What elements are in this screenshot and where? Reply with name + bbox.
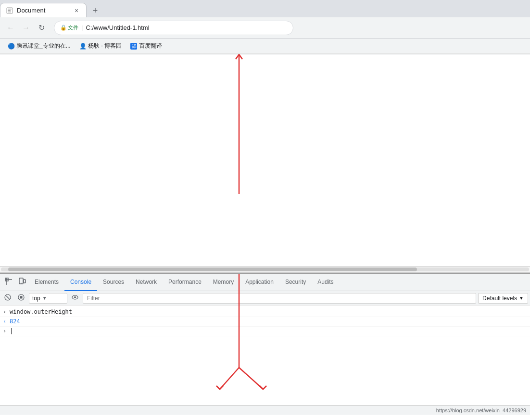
tab-performance[interactable]: Performance bbox=[163, 274, 207, 291]
context-chevron-icon: ▼ bbox=[42, 295, 47, 301]
bookmark-yang-icon: 👤 bbox=[79, 43, 86, 50]
tab-favicon-icon bbox=[6, 7, 13, 14]
annotation-svg bbox=[0, 54, 530, 266]
console-output: › window.outerHeight ‹ 824 › bbox=[0, 305, 530, 405]
bookmarks-bar: 🔵 腾讯课堂_专业的在... 👤 杨耿 - 博客园 译 百度翻译 bbox=[0, 38, 530, 54]
console-second-toolbar: top ▼ Default levels ▼ bbox=[0, 291, 530, 305]
tab-audits[interactable]: Audits bbox=[312, 274, 339, 291]
forward-icon: → bbox=[22, 24, 30, 32]
scrollbar-thumb[interactable] bbox=[8, 267, 417, 271]
page-content bbox=[0, 54, 530, 266]
svg-rect-2 bbox=[8, 10, 11, 11]
eye-icon bbox=[72, 294, 78, 302]
svg-line-15 bbox=[6, 296, 9, 299]
devtools-panel: Elements Console Sources Network Perform… bbox=[0, 273, 530, 405]
omnibox[interactable]: 🔒 文件 | C:/www/Untitled-1.html bbox=[54, 21, 293, 35]
console-cursor-text bbox=[10, 328, 13, 334]
inspect-element-button[interactable] bbox=[2, 276, 15, 289]
tab-security[interactable]: Security bbox=[279, 274, 312, 291]
back-icon: ← bbox=[7, 24, 14, 32]
device-mode-button[interactable] bbox=[15, 276, 29, 289]
inspect-icon bbox=[5, 278, 13, 287]
tab-network[interactable]: Network bbox=[130, 274, 163, 291]
url-separator: | bbox=[81, 24, 83, 31]
svg-rect-17 bbox=[20, 296, 23, 299]
level-chevron-icon: ▼ bbox=[519, 295, 524, 301]
new-tab-button[interactable]: + bbox=[88, 4, 102, 17]
scrollbar-track bbox=[1, 267, 529, 271]
tab-memory[interactable]: Memory bbox=[207, 274, 240, 291]
console-output-text: 824 bbox=[10, 318, 20, 325]
level-selector[interactable]: Default levels ▼ bbox=[478, 293, 528, 304]
reload-button[interactable]: ↻ bbox=[35, 21, 48, 35]
forward-button[interactable]: → bbox=[19, 21, 33, 35]
svg-rect-1 bbox=[8, 9, 12, 10]
filter-input[interactable] bbox=[83, 293, 476, 304]
horizontal-scrollbar[interactable] bbox=[0, 266, 530, 273]
url-path: C:/www/Untitled-1.html bbox=[86, 24, 149, 31]
eye-button[interactable] bbox=[69, 293, 81, 304]
cursor-prompt: › bbox=[3, 328, 6, 334]
tab-title: Document bbox=[17, 7, 69, 14]
bookmark-tencent-icon: 🔵 bbox=[8, 43, 14, 50]
svg-rect-12 bbox=[24, 280, 25, 283]
back-button[interactable]: ← bbox=[4, 21, 17, 35]
tab-sources[interactable]: Sources bbox=[97, 274, 130, 291]
clear-console-button[interactable] bbox=[2, 293, 13, 304]
bookmark-baidu-label: 百度翻译 bbox=[139, 42, 162, 50]
tab-application[interactable]: Application bbox=[240, 274, 279, 291]
tab-console[interactable]: Console bbox=[64, 274, 97, 291]
tab-close-button[interactable]: × bbox=[73, 7, 80, 14]
reload-icon: ↻ bbox=[38, 23, 45, 32]
stop-icon bbox=[18, 294, 25, 302]
browser-tab[interactable]: Document × bbox=[0, 3, 87, 17]
console-input-text: window.outerHeight bbox=[10, 308, 72, 315]
devtools-tabs-toolbar: Elements Console Sources Network Perform… bbox=[0, 274, 530, 291]
bookmark-yang-label: 杨耿 - 博客园 bbox=[88, 42, 122, 50]
level-label: Default levels bbox=[482, 295, 517, 302]
secure-label: 🔒 文件 bbox=[60, 24, 78, 31]
tab-bar: Document × + bbox=[0, 0, 530, 17]
context-selector[interactable]: top ▼ bbox=[29, 293, 67, 304]
bookmark-baidu-icon: 译 bbox=[130, 43, 137, 50]
secure-icon: 🔒 bbox=[60, 25, 67, 31]
bookmark-baidu[interactable]: 译 百度翻译 bbox=[126, 41, 166, 51]
status-bar: https://blog.csdn.net/weixin_44296929 bbox=[0, 405, 530, 415]
device-icon bbox=[18, 278, 26, 287]
input-prompt: › bbox=[3, 308, 6, 315]
svg-rect-3 bbox=[8, 12, 11, 13]
stop-icon-button[interactable] bbox=[15, 293, 27, 304]
browser-chrome: Document × + ← → ↻ 🔒 文件 | C:/www/Untitle… bbox=[0, 0, 530, 54]
tab-elements[interactable]: Elements bbox=[29, 274, 64, 291]
bookmark-tencent-label: 腾讯课堂_专业的在... bbox=[16, 42, 71, 50]
address-bar: ← → ↻ 🔒 文件 | C:/www/Untitled-1.html bbox=[0, 17, 530, 38]
svg-point-13 bbox=[21, 283, 22, 284]
svg-point-19 bbox=[74, 296, 76, 298]
bookmark-yang[interactable]: 👤 杨耿 - 博客园 bbox=[76, 41, 126, 51]
console-line-output: ‹ 824 bbox=[0, 317, 530, 327]
context-value: top bbox=[32, 295, 40, 302]
status-url: https://blog.csdn.net/weixin_44296929 bbox=[436, 407, 526, 413]
clear-icon bbox=[4, 294, 11, 302]
console-cursor-line[interactable]: › bbox=[0, 327, 530, 336]
console-line-input: › window.outerHeight bbox=[0, 307, 530, 317]
output-prompt: ‹ bbox=[3, 318, 6, 325]
bookmark-tencent[interactable]: 🔵 腾讯课堂_专业的在... bbox=[4, 41, 75, 51]
